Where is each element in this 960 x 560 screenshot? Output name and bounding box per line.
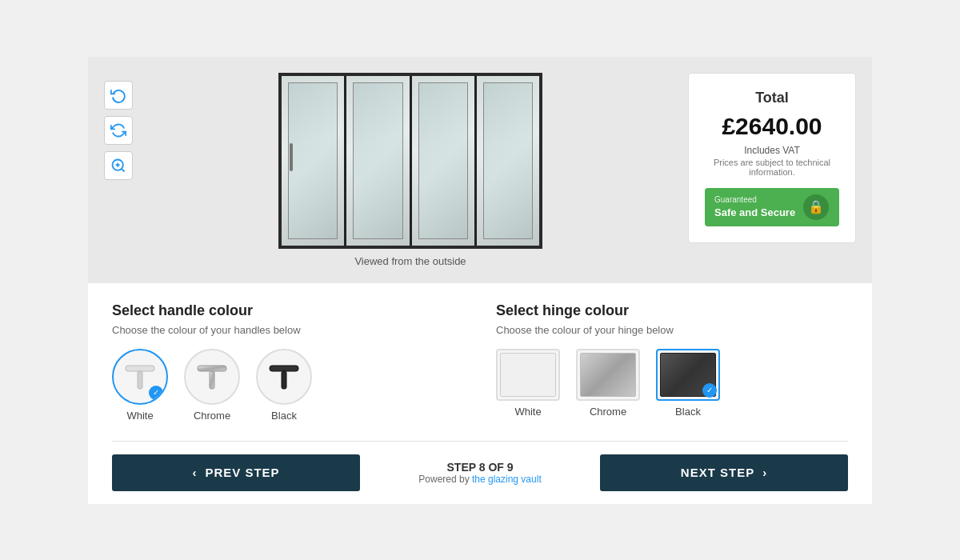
handle-swatch-black	[256, 349, 312, 405]
next-step-button[interactable]: NEXT STEP ›	[600, 454, 848, 491]
prev-step-label: PREV STEP	[205, 466, 279, 479]
hinge-section-subtitle: Choose the colour of your hinge below	[496, 324, 848, 336]
handle-swatch-chrome	[184, 349, 240, 405]
safe-secure-label: Safe and Secure	[714, 206, 795, 220]
price-box: Total £2640.00 Includes VAT Prices are s…	[688, 73, 856, 243]
hinge-chrome-block	[580, 353, 636, 397]
hinge-swatch-black: ✓	[656, 349, 720, 401]
price-title: Total	[705, 90, 839, 106]
hinge-option-chrome[interactable]: Chrome	[576, 349, 640, 418]
footer-nav: ‹ PREV STEP STEP 8 OF 9 Powered by the g…	[88, 442, 872, 504]
powered-by-label: Powered by	[418, 474, 472, 485]
reset-view-button[interactable]	[104, 116, 133, 145]
glazing-vault-link[interactable]: the glazing vault	[472, 474, 542, 485]
main-container: Viewed from the outside Total £2640.00 I…	[88, 57, 872, 504]
door-panel-2	[346, 76, 411, 246]
handle-black-icon	[265, 359, 303, 394]
door-caption: Viewed from the outside	[354, 255, 466, 267]
handle-option-chrome[interactable]: Chrome	[184, 349, 240, 422]
price-amount: £2640.00	[705, 113, 839, 140]
hinge-section-title: Select hinge colour	[496, 302, 848, 319]
door-panel-1	[282, 76, 346, 246]
handle-black-label: Black	[271, 410, 297, 422]
handle-colour-options: ✓ White	[112, 349, 464, 422]
hinge-swatch-chrome	[576, 349, 640, 401]
svg-rect-4	[126, 366, 154, 371]
hinge-colour-options: White Chrome ✓ Black	[496, 349, 848, 418]
svg-rect-6	[198, 366, 226, 371]
handle-colour-section: Select handle colour Choose the colour o…	[112, 302, 464, 422]
handle-white-check: ✓	[149, 386, 163, 400]
next-arrow-icon: ›	[762, 466, 767, 479]
handle-section-title: Select handle colour	[112, 302, 464, 319]
prev-step-button[interactable]: ‹ PREV STEP	[112, 454, 360, 491]
step-counter: STEP 8 OF 9	[418, 461, 541, 474]
step-info: STEP 8 OF 9 Powered by the glazing vault	[418, 461, 541, 485]
handle-white-label: White	[126, 410, 153, 422]
svg-rect-9	[282, 371, 286, 389]
hinge-swatch-white	[496, 349, 560, 401]
prev-arrow-icon: ‹	[192, 466, 197, 479]
hinge-option-white[interactable]: White	[496, 349, 560, 418]
svg-rect-8	[270, 366, 298, 371]
handle-section-subtitle: Choose the colour of your handles below	[112, 324, 464, 336]
viewer-controls	[104, 81, 133, 180]
lock-icon: 🔒	[803, 194, 829, 220]
door-visualization	[278, 73, 542, 249]
zoom-view-button[interactable]	[104, 151, 133, 180]
hinge-black-label: Black	[675, 406, 701, 418]
hinge-colour-section: Select hinge colour Choose the colour of…	[496, 302, 848, 422]
hinge-white-block	[500, 353, 556, 397]
door-preview-container: Viewed from the outside	[149, 73, 672, 267]
hinge-option-black[interactable]: ✓ Black	[656, 349, 720, 418]
handle-option-black[interactable]: Black	[256, 349, 312, 422]
next-step-label: NEXT STEP	[681, 466, 754, 479]
svg-line-1	[122, 168, 125, 171]
door-panel-4	[477, 76, 539, 246]
handle-swatch-white: ✓	[112, 349, 168, 405]
handle-option-white[interactable]: ✓ White	[112, 349, 168, 422]
selection-area: Select handle colour Choose the colour o…	[88, 283, 872, 441]
price-vat: Includes VAT	[705, 145, 839, 156]
door-panel-3	[412, 76, 477, 246]
safe-secure-text: Guaranteed Safe and Secure	[714, 194, 795, 220]
svg-rect-7	[210, 371, 214, 389]
hinge-black-check: ✓	[702, 383, 717, 398]
hinge-white-label: White	[514, 406, 541, 418]
safe-secure-badge: Guaranteed Safe and Secure 🔒	[705, 188, 839, 226]
viewer-section: Viewed from the outside Total £2640.00 I…	[88, 57, 872, 283]
handle-chrome-icon	[193, 359, 231, 394]
handle-chrome-label: Chrome	[194, 410, 230, 422]
rotate-view-button[interactable]	[104, 81, 133, 110]
hinge-chrome-label: Chrome	[590, 406, 626, 418]
powered-by-text: Powered by the glazing vault	[418, 474, 541, 485]
guaranteed-label: Guaranteed	[714, 194, 795, 206]
price-subtext: Prices are subject to technical informat…	[705, 158, 839, 177]
svg-rect-5	[138, 371, 142, 389]
